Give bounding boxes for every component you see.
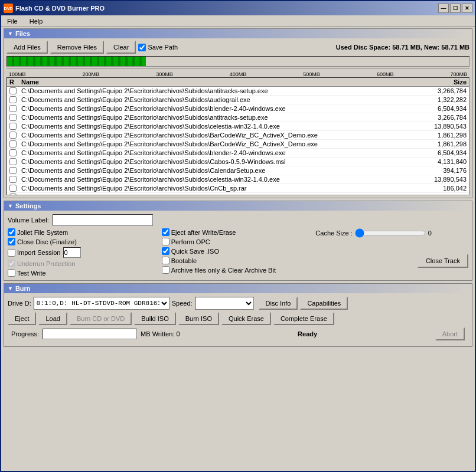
import-session-checkbox[interactable] — [8, 249, 15, 257]
table-row: C:\Documents and Settings\Equipo 2\Escri… — [7, 96, 469, 104]
remove-files-button[interactable]: Remove Files — [50, 41, 104, 54]
file-size-2: 6,504,934 — [419, 105, 467, 112]
quick-save-checkbox-label[interactable]: Quick Save .ISO — [162, 247, 315, 255]
close-disc-checkbox-label[interactable]: Close Disc (Finalize) — [8, 238, 161, 245]
close-disc-checkbox[interactable] — [8, 238, 15, 245]
row-checkbox-9[interactable] — [9, 167, 17, 174]
file-name-12: C:\Documents and Settings\Equipo 2\Escri… — [21, 194, 419, 195]
table-row: C:\Documents and Settings\Equipo 2\Escri… — [7, 104, 469, 113]
file-name-9: C:\Documents and Settings\Equipo 2\Escri… — [21, 167, 419, 174]
ruler-500: 500MB — [303, 71, 320, 77]
progress-bar-input — [43, 329, 137, 339]
abort-button[interactable]: Abort — [435, 327, 465, 340]
archive-checkbox[interactable] — [162, 266, 169, 274]
table-row: C:\Documents and Settings\Equipo 2\Escri… — [7, 175, 469, 184]
minimize-button[interactable]: — — [438, 4, 449, 13]
import-session-checkbox-label[interactable]: Import Session — [8, 247, 161, 258]
file-size-5: 1,861,298 — [419, 132, 467, 139]
close-track-button[interactable]: Close Track — [418, 254, 468, 268]
build-iso-button[interactable]: Build ISO — [134, 312, 175, 325]
file-size-0: 3,266,784 — [419, 87, 467, 94]
eject-checkbox[interactable] — [162, 228, 169, 236]
window-title: Flash CD & DVD Burner PRO — [15, 5, 436, 12]
files-section-header: ▼ Files — [4, 29, 472, 38]
col-r: R — [9, 78, 21, 86]
row-checkbox-2[interactable] — [9, 105, 17, 112]
table-row: C:\Documents and Settings\Equipo 2\Escri… — [7, 158, 469, 166]
add-files-button[interactable]: Add Files — [6, 41, 48, 54]
main-window: DVD Flash CD & DVD Burner PRO — ☐ ✕ File… — [0, 0, 476, 472]
eject-checkbox-label[interactable]: Eject after Write/Erase — [162, 228, 315, 236]
joliet-checkbox-label[interactable]: Joliet File System — [8, 228, 161, 236]
row-checkbox-5[interactable] — [9, 132, 17, 139]
settings-section-title: Settings — [15, 202, 41, 209]
file-size-12: 3,039,744 — [419, 194, 467, 195]
capabilities-button[interactable]: Capabilities — [300, 297, 348, 310]
row-checkbox-10[interactable] — [9, 176, 17, 183]
menu-file[interactable]: File — [4, 17, 21, 26]
ruler-600: 600MB — [377, 71, 394, 77]
save-path-checkbox-label[interactable]: Save Path — [138, 44, 178, 51]
complete-erase-button[interactable]: Complete Erase — [273, 312, 334, 325]
perform-opc-checkbox[interactable] — [162, 238, 169, 245]
settings-col-2: Eject after Write/Erase Perform OPC Quic… — [162, 228, 315, 277]
file-size-8: 4,131,840 — [419, 158, 467, 165]
quick-save-checkbox[interactable] — [162, 247, 169, 255]
table-row: C:\Documents and Settings\Equipo 2\Escri… — [7, 131, 469, 140]
cache-size-slider[interactable] — [355, 228, 426, 238]
row-checkbox-1[interactable] — [9, 96, 17, 103]
load-button[interactable]: Load — [38, 312, 67, 325]
volume-label-input[interactable] — [53, 214, 153, 226]
quick-erase-button[interactable]: Quick Erase — [221, 312, 271, 325]
save-path-label: Save Path — [148, 44, 178, 51]
row-checkbox-3[interactable] — [9, 114, 17, 121]
file-name-6: C:\Documents and Settings\Equipo 2\Escri… — [21, 140, 419, 148]
perform-opc-checkbox-label[interactable]: Perform OPC — [162, 238, 315, 245]
settings-body: Volume Label: Joliet File System Close D… — [4, 211, 472, 280]
file-size-1: 1,322,282 — [419, 96, 467, 103]
bootable-checkbox[interactable] — [162, 257, 169, 264]
volume-label-row: Volume Label: — [8, 214, 468, 226]
row-checkbox-6[interactable] — [9, 140, 17, 148]
row-checkbox-8[interactable] — [9, 158, 17, 165]
settings-columns: Joliet File System Close Disc (Finalize)… — [8, 228, 468, 277]
disc-usage-bar — [6, 56, 470, 67]
col-size: Size — [419, 78, 467, 86]
test-write-checkbox[interactable] — [8, 269, 15, 277]
window-controls: — ☐ ✕ — [438, 4, 472, 13]
cache-size-value: 0 — [428, 230, 432, 237]
burn-cd-dvd-button[interactable]: Burn CD or DVD — [70, 312, 132, 325]
file-name-2: C:\Documents and Settings\Equipo 2\Escri… — [21, 105, 419, 112]
archive-checkbox-label[interactable]: Archive files only & Clear Archive Bit — [162, 266, 315, 274]
save-path-checkbox[interactable] — [138, 44, 146, 51]
settings-col-3: Cache Size : 0 Close Track — [315, 228, 468, 277]
burn-iso-button[interactable]: Burn ISO — [178, 312, 219, 325]
drive-row: Drive D: 0:1:0,D: HL-DT-STDVD-ROM GDR816… — [8, 297, 468, 310]
underrun-checkbox-label: Underrun Protection — [8, 260, 161, 267]
table-row: C:\Documents and Settings\Equipo 2\Escri… — [7, 149, 469, 158]
clear-button[interactable]: Clear — [106, 41, 136, 54]
drive-select[interactable]: 0:1:0,D: HL-DT-STDVD-ROM GDR8163: — [34, 297, 169, 310]
file-size-3: 3,266,784 — [419, 114, 467, 121]
test-write-checkbox-label[interactable]: Test Write — [8, 269, 161, 277]
bootable-checkbox-label[interactable]: Bootable — [162, 257, 315, 264]
row-checkbox-12[interactable] — [9, 194, 17, 195]
files-toolbar: Add Files Remove Files Clear Save Path U… — [4, 38, 472, 56]
row-checkbox-7[interactable] — [9, 149, 17, 156]
row-checkbox-4[interactable] — [9, 123, 17, 130]
disc-info-button[interactable]: Disc Info — [259, 297, 298, 310]
menu-help[interactable]: Help — [26, 17, 47, 26]
row-checkbox-11[interactable] — [9, 185, 17, 192]
import-session-value[interactable] — [63, 247, 81, 258]
table-row: C:\Documents and Settings\Equipo 2\Escri… — [7, 184, 469, 193]
file-list[interactable]: R Name Size C:\Documents and Settings\Eq… — [6, 77, 470, 195]
joliet-checkbox[interactable] — [8, 228, 15, 236]
close-button[interactable]: ✕ — [462, 4, 472, 13]
file-list-header: R Name Size — [7, 78, 469, 87]
speed-select[interactable] — [195, 297, 254, 310]
archive-label: Archive files only & Clear Archive Bit — [171, 267, 276, 274]
maximize-button[interactable]: ☐ — [450, 4, 461, 13]
settings-section: ▼ Settings Volume Label: Joliet File Sys… — [4, 201, 472, 281]
row-checkbox-0[interactable] — [9, 87, 17, 94]
eject-button[interactable]: Eject — [8, 312, 36, 325]
